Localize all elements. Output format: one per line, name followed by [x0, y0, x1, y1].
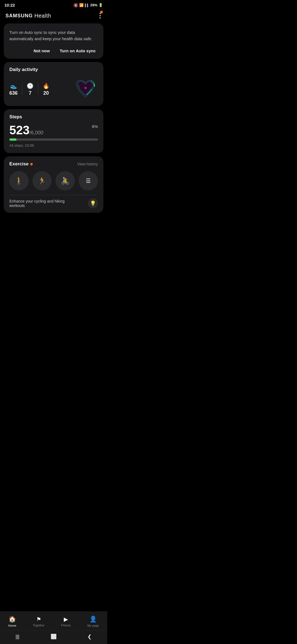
- walk-icon: 🚶: [15, 177, 23, 185]
- app-logo: SAMSUNG Health: [6, 13, 51, 19]
- steps-title: Steps: [9, 114, 98, 120]
- turn-on-auto-sync-button[interactable]: Turn on Auto sync: [57, 47, 98, 54]
- signal-icon: ▌▌: [85, 4, 89, 7]
- cycle-icon: 🚴: [61, 177, 70, 185]
- steps-stat: 👟 636: [9, 83, 22, 96]
- calories-count: 20: [43, 90, 49, 96]
- mute-icon: 🔇: [73, 3, 78, 7]
- activity-stats: 👟 636 🕐 7 🔥 20: [9, 83, 54, 96]
- steps-goal: /6,000: [29, 130, 43, 135]
- more-exercises-icon: ☰: [86, 178, 91, 184]
- daily-activity-title: Daily activity: [9, 67, 98, 72]
- battery-text: 29%: [90, 3, 97, 7]
- calories-icon: 🔥: [43, 83, 50, 89]
- run-button[interactable]: 🏃: [32, 171, 52, 190]
- activity-heart-graphic: [73, 77, 98, 102]
- more-exercises-button[interactable]: ☰: [79, 171, 98, 190]
- exercise-time-icon: 🕐: [27, 83, 34, 89]
- steps-count: 636: [9, 90, 18, 96]
- steps-card[interactable]: Steps 523/6,000 8% All steps, 10:08: [4, 109, 103, 153]
- header-menu-button[interactable]: [98, 12, 102, 20]
- wifi-icon: 📶: [79, 3, 84, 7]
- exercise-header: Exercise View history: [9, 161, 98, 167]
- steps-icon: 👟: [10, 83, 17, 89]
- activity-content: 👟 636 🕐 7 🔥 20: [9, 77, 98, 102]
- steps-progress-bar: [9, 138, 98, 141]
- cycling-promo-banner: Enhance your cycling and hiking workouts…: [9, 198, 98, 208]
- exercise-card: Exercise View history 🚶 🏃 🚴 ☰ Enhance yo…: [4, 156, 103, 213]
- exercise-stat: 🕐 7: [22, 83, 38, 96]
- status-icons: 🔇 📶 ▌▌ 29% 🔋: [73, 3, 103, 7]
- status-time: 10:22: [4, 3, 15, 7]
- exercise-minutes: 7: [29, 90, 32, 96]
- exercise-title: Exercise: [9, 161, 29, 167]
- app-header: SAMSUNG Health: [0, 9, 107, 23]
- sync-message: Turn on Auto sync to sync your data auto…: [9, 29, 98, 42]
- notification-dot: [100, 11, 103, 13]
- exercise-buttons: 🚶 🏃 🚴 ☰: [9, 171, 98, 190]
- steps-number-group: 523/6,000: [9, 124, 43, 136]
- steps-percent: 8%: [92, 124, 98, 129]
- not-now-button[interactable]: Not now: [31, 47, 52, 54]
- logo-health: Health: [34, 13, 51, 19]
- auto-sync-card: Turn on Auto sync to sync your data auto…: [4, 23, 103, 59]
- daily-activity-card[interactable]: Daily activity 👟 636 🕐 7 🔥 20: [4, 62, 103, 106]
- svg-point-0: [84, 87, 86, 89]
- walk-button[interactable]: 🚶: [9, 171, 29, 190]
- logo-samsung: SAMSUNG: [6, 13, 33, 19]
- exercise-notification-dot: [30, 163, 33, 165]
- cycle-button[interactable]: 🚴: [56, 171, 75, 190]
- status-bar: 10:22 🔇 📶 ▌▌ 29% 🔋: [0, 0, 107, 9]
- battery-icon: 🔋: [98, 3, 103, 7]
- steps-progress-fill: [9, 138, 16, 141]
- calories-stat: 🔥 20: [38, 83, 54, 96]
- exercise-title-row: Exercise: [9, 161, 33, 167]
- exercise-divider: [9, 195, 98, 195]
- cycling-promo-text: Enhance your cycling and hiking workouts: [9, 199, 81, 208]
- steps-timestamp: All steps, 10:08: [9, 143, 98, 148]
- steps-row: 523/6,000 8%: [9, 124, 98, 136]
- run-icon: 🏃: [38, 177, 46, 185]
- sync-actions: Not now Turn on Auto sync: [9, 47, 98, 54]
- view-history-button[interactable]: View history: [77, 162, 98, 166]
- promo-lightbulb-icon: 💡: [88, 198, 98, 208]
- steps-current: 523: [9, 123, 29, 137]
- main-content: Turn on Auto sync to sync your data auto…: [0, 23, 107, 249]
